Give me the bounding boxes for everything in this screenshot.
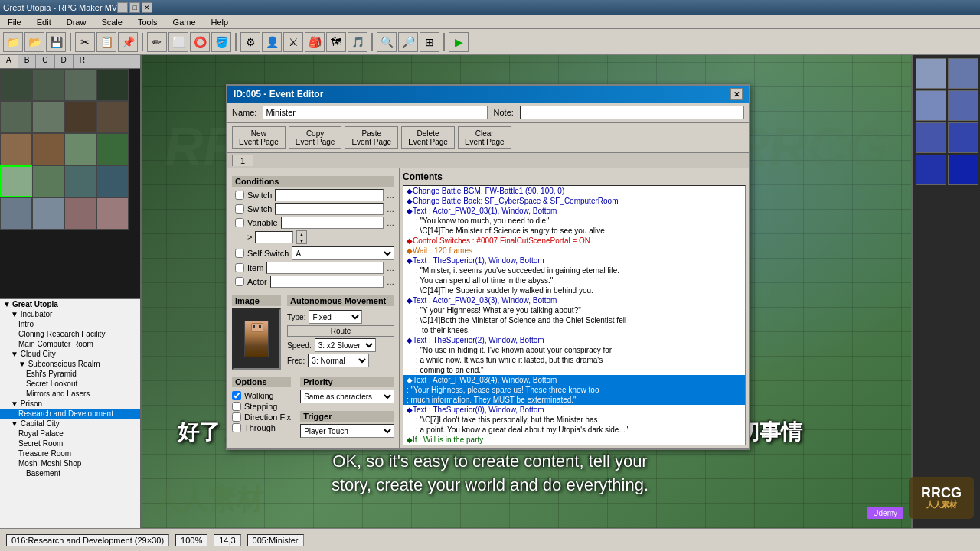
tree-item-incubator[interactable]: ▼ Incubator [0,309,140,319]
close-window-button[interactable]: ✕ [142,2,152,13]
condition-selfswitch-checkbox[interactable] [235,249,244,258]
toolbar-pencil[interactable]: ✏ [147,32,167,52]
tile-cell[interactable] [0,197,32,230]
content-item-21[interactable]: : "Your Highness, please spare us! These… [403,385,745,395]
route-button[interactable]: Route [287,325,394,337]
content-item-13[interactable]: : "Y-your Highness! What are you talking… [403,305,745,315]
menu-game[interactable]: Game [168,17,201,28]
toolbar-zoom-fit[interactable]: ⊞ [420,32,439,52]
right-tile[interactable] [916,58,946,89]
toolbar-settings[interactable]: ⚙ [240,32,260,52]
tile-cell[interactable] [64,165,96,197]
condition-switch2-input[interactable] [275,203,384,215]
content-item-18[interactable]: : a while now. It was fun while it laste… [403,355,745,365]
toolbar-music[interactable]: 🎵 [348,32,368,52]
name-input[interactable] [263,106,487,119]
menu-file[interactable]: File [3,17,26,28]
tile-cell[interactable] [96,133,129,165]
tile-cell[interactable] [32,197,64,230]
toolbar-ellipse[interactable]: ⭕ [190,32,210,52]
tile-cell[interactable] [32,69,64,101]
content-item-1[interactable]: ◆Change Battle BGM: FW-Battle1 (90, 100,… [403,186,745,196]
tile-cell[interactable] [64,197,96,230]
toolbar-copy[interactable]: 📋 [96,32,116,52]
tile-cell[interactable] [64,101,96,133]
tile-cell[interactable] [64,69,96,101]
condition-variable-checkbox[interactable] [235,218,244,227]
content-item-23[interactable]: ◆Text : TheSuperior(0), Window, Bottom [403,405,745,415]
toolbar-fill[interactable]: 🪣 [211,32,231,52]
condition-switch2-checkbox[interactable] [235,204,244,214]
toolbar-rect[interactable]: ⬜ [168,32,188,52]
condition-variable-btn[interactable]: … [387,219,394,227]
menu-draw[interactable]: Draw [62,17,91,28]
tree-item-cloud-city[interactable]: ▼ Cloud City [0,349,140,359]
right-tile[interactable] [948,155,978,185]
toolbar-new[interactable]: 📁 [3,32,23,52]
spinner-down[interactable]: ▼ [297,237,306,243]
delete-event-page-button[interactable]: Delete Event Page [401,126,455,149]
tree-item-secret[interactable]: Secret Room [0,439,140,448]
condition-switch1-btn[interactable]: … [387,191,394,200]
toolbar-play[interactable]: ▶ [449,32,469,52]
tree-item-prison[interactable]: ▼ Prison [0,399,140,409]
new-event-page-button[interactable]: New Event Page [232,126,286,149]
content-item-2[interactable]: ◆Change Battle Back: SF_CyberSpace & SF_… [403,196,745,206]
condition-actor-input[interactable] [270,276,384,288]
content-item-6[interactable]: ◆Control Switches : #0007 FinalCutSceneP… [403,236,745,246]
tree-item-pyramid[interactable]: Eshi's Pyramid [0,369,140,379]
content-item-12[interactable]: ◆Text : Actor_FW02_03(3), Window, Bottom [403,295,745,305]
trigger-select[interactable]: Player Touch Event Touch Action Button A… [300,424,394,438]
tree-item-treasure[interactable]: Treasure Room [0,448,140,458]
tree-root[interactable]: ▼ Great Utopia [0,299,140,309]
tree-item-subconscious[interactable]: ▼ Subconscious Realm [0,359,140,369]
content-item-11[interactable]: : \C[14]The Superior suddenly walked in … [403,285,745,295]
tile-cell[interactable] [0,133,32,165]
condition-variable-input[interactable] [281,217,384,229]
condition-item-checkbox[interactable] [235,263,244,272]
menu-tools[interactable]: Tools [133,17,162,28]
tree-item-mirrors[interactable]: Mirrors and Lasers [0,389,140,399]
toolbar-maps[interactable]: 🗺 [326,32,346,52]
content-item-9[interactable]: : "Minister, it seems you've succeeded i… [403,266,745,276]
right-tile[interactable] [916,155,946,185]
content-item-5[interactable]: : \C[14]The Minister of Science is angry… [403,226,745,236]
through-checkbox[interactable] [232,423,241,432]
condition-switch2-btn[interactable]: … [387,205,394,214]
tile-cell[interactable] [96,69,129,101]
condition-item-btn[interactable]: … [387,264,394,272]
tree-item-palace[interactable]: Royal Palace [0,429,140,439]
paste-event-page-button[interactable]: Paste Event Page [345,126,398,149]
content-item-20[interactable]: ◆Text : Actor_FW02_03(4), Window, Bottom [403,375,745,385]
note-input[interactable] [520,106,744,119]
tile-cell[interactable] [0,101,32,133]
condition-actor-checkbox[interactable] [235,277,244,286]
clear-event-page-button[interactable]: Clear Event Page [458,126,511,149]
tree-item-lookout[interactable]: Secret Lookout [0,379,140,389]
tile-cell[interactable] [0,69,32,101]
right-tile[interactable] [948,122,978,153]
content-item-3[interactable]: ◆Text : Actor_FW02_03(1), Window, Bottom [403,206,745,216]
tree-item-cloning[interactable]: Cloning Research Facility [0,329,140,339]
direction-fix-checkbox[interactable] [232,412,241,422]
content-item-17[interactable]: : "No use in hiding it. I've known about… [403,345,745,355]
copy-event-page-button[interactable]: Copy Event Page [289,126,342,149]
contents-list[interactable]: ◆Change Battle BGM: FW-Battle1 (90, 100,… [403,185,746,445]
page-tab-1[interactable]: 1 [232,155,253,166]
maximize-button[interactable]: □ [129,2,140,13]
right-tile[interactable] [948,90,978,121]
content-item-24[interactable]: : "\C[7]I don't take this personally, bu… [403,415,745,425]
dialog-close-button[interactable]: ✕ [730,88,743,100]
content-item-19[interactable]: : coming to an end." [403,365,745,375]
tile-tab-c[interactable]: C [36,55,54,68]
freq-select[interactable]: 3: Normal 1: Lowest 5: Highest [308,354,369,367]
content-item-16[interactable]: ◆Text : TheSuperior(2), Window, Bottom [403,335,745,345]
tile-tab-d[interactable]: D [55,55,74,68]
tile-cell[interactable] [32,133,64,165]
toolbar-open[interactable]: 📂 [24,32,44,52]
tile-cell[interactable] [64,133,96,165]
tree-item-capital[interactable]: ▼ Capital City [0,419,140,429]
toolbar-skills[interactable]: ⚔ [283,32,303,52]
menu-edit[interactable]: Edit [32,17,56,28]
toolbar-zoom-out[interactable]: 🔎 [398,32,418,52]
